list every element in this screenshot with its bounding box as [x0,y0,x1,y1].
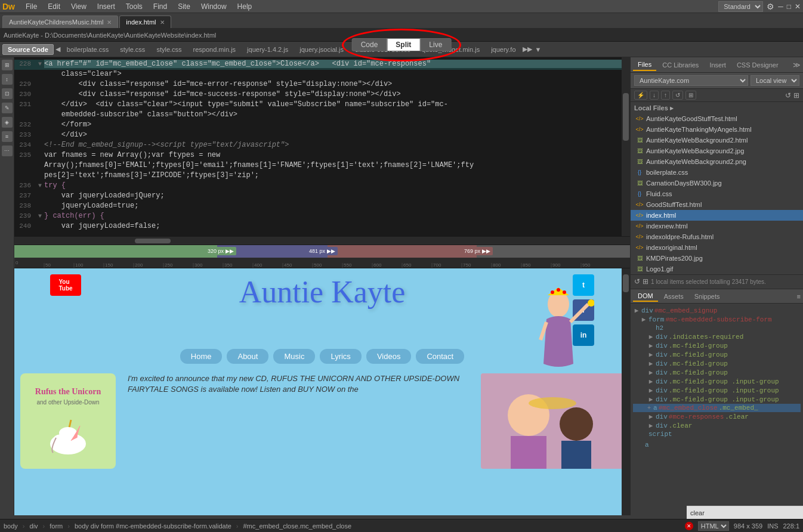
file-tab-0[interactable]: boilerplate.css [62,45,113,54]
next-file-icon[interactable]: ▶▶ [523,45,532,53]
file-tab-2[interactable]: style.css [152,45,186,54]
nav-home[interactable]: Home [180,349,223,364]
more-icon[interactable]: ⊞ [793,91,799,100]
tab-index[interactable]: index.html ✕ [119,16,171,28]
file-item-5[interactable]: {} boilerplate.css [631,167,803,178]
youtube-button[interactable]: YouTube [50,274,81,296]
dom-node-ig2[interactable]: ▶ div .mc-field-group .input-group [633,386,801,395]
file-item-0[interactable]: </> AuntieKayteGoodStuffTest.html [631,113,803,124]
dom-node-h2[interactable]: h2 [633,324,801,332]
nav-about[interactable]: About [227,349,268,364]
nav-videos[interactable]: Videos [366,349,412,364]
breadcrumb-body[interactable]: body [4,522,18,530]
file-item-3[interactable]: 🖼 AuntieKayteWebBackground2.jpg [631,146,803,156]
file-item-13[interactable]: 🖼 KMDPirates200.jpg [631,253,803,264]
dom-tab-snippets[interactable]: Snippets [690,292,725,301]
gutter-icon-0[interactable]: ⊞ [2,60,13,70]
file-item-1[interactable]: </> AuntieKayteThankingMyAngels.html [631,124,803,135]
breadcrumb-div[interactable]: div [30,522,38,530]
file-tab-5[interactable]: jquery.jsocial.js [295,45,348,54]
file-item-7[interactable]: {} Fluid.css [631,188,803,199]
prev-file-icon[interactable]: ◀ [55,45,60,53]
dom-node-script[interactable]: script [633,430,801,438]
gutter-icon-3[interactable]: ✎ [2,103,13,113]
tab-css-designer[interactable]: CSS Designer [732,60,783,70]
file-item-11[interactable]: </> indexoldpre-Rufus.html [631,231,803,242]
live-view-btn[interactable]: Live [420,38,451,51]
preview-vscroll-thumb[interactable] [623,274,629,292]
source-code-btn[interactable]: Source Code [2,44,54,55]
dom-node-ig1[interactable]: ▶ div .mc-field-group .input-group [633,377,801,386]
menu-file[interactable]: File [21,1,42,12]
nav-lyrics[interactable]: Lyrics [320,349,361,364]
menu-window[interactable]: Window [196,1,231,12]
collapse-icon[interactable]: ≫ [793,61,801,69]
dom-node-mce-responses[interactable]: ▶ div #mce-responses .clear [633,412,801,421]
h-scroll-thumb[interactable] [135,239,171,243]
menu-view[interactable]: View [66,1,91,12]
menu-tools[interactable]: Tools [121,1,147,12]
workspace-select[interactable]: Standard [718,1,763,12]
dom-node-a-bottom[interactable]: a [633,441,801,449]
preview-vscrollbar[interactable] [622,268,630,515]
nav-music[interactable]: Music [273,349,315,364]
menu-help[interactable]: Help [233,1,257,12]
close-btn[interactable]: ✕ [795,2,801,11]
nav-contact[interactable]: Contact [416,349,464,364]
breadcrumb-form[interactable]: form [50,522,63,530]
settings-icon[interactable]: ⚙ [767,2,774,11]
code-hscrollbar[interactable] [14,236,630,245]
dom-node-a-highlighted[interactable]: + a #mc_embed_close .mc_embed_ [633,404,801,412]
dom-node-clear[interactable]: ▶ div .clear [633,421,801,430]
sync-btn[interactable]: ↺ [672,91,683,100]
gutter-icon-4[interactable]: ◈ [2,117,13,128]
dom-node-fg2[interactable]: ▶ div .mc-field-group [633,350,801,359]
minimize-btn[interactable]: ─ [778,2,783,11]
tab-close-icon[interactable]: ✕ [160,19,165,26]
refresh-btn[interactable]: ↓ [650,91,659,100]
menu-site[interactable]: Site [173,1,195,12]
code-view-btn[interactable]: Code [352,38,387,51]
code-vscroll-thumb[interactable] [623,93,629,141]
breadcrumb-form-id[interactable]: body div form #mc-embedded-subscribe-for… [75,522,231,530]
expand-btn[interactable]: ⊞ [685,91,696,100]
code-vscroll[interactable] [622,57,630,236]
menu-find[interactable]: Find [149,1,172,12]
dom-node-1[interactable]: ▶ form #mc-embedded-subscribe-form [633,315,801,324]
dom-node-fg4[interactable]: ▶ div .mc-field-group [633,368,801,377]
file-item-4[interactable]: 🖼 AuntieKayteWebBackground2.png [631,156,803,167]
maximize-btn[interactable]: □ [787,2,791,11]
file-tab-1[interactable]: style.css [115,45,150,54]
file-item-8[interactable]: </> GoodStuffTest.html [631,199,803,210]
file-item-12[interactable]: </> indexoriginal.html [631,242,803,253]
dom-node-fg3[interactable]: ▶ div .mc-field-group [633,359,801,368]
file-item-6[interactable]: 🖼 CarnationDaysBW300.jpg [631,178,803,188]
file-item-9[interactable]: </> index.html [631,210,803,221]
view-select[interactable]: Local view [751,75,799,86]
split-view-btn[interactable]: Split [387,38,420,51]
menu-insert[interactable]: Insert [92,1,120,12]
tab-files[interactable]: Files [633,59,656,71]
tab-insert[interactable]: Insert [705,60,731,70]
tab-close-icon[interactable]: ✕ [107,19,112,26]
file-item-2[interactable]: 🖼 AuntieKayteWebBackground2.html [631,135,803,146]
connect-btn[interactable]: ⚡ [634,91,647,100]
file-tab-8[interactable]: jquery.fo [486,45,520,54]
language-select[interactable]: HTML [698,521,729,531]
refresh-local-icon[interactable]: ↺ [634,277,640,286]
gutter-icon-2[interactable]: ⊡ [2,88,13,99]
file-item-14[interactable]: 🖼 Logo1.gif [631,264,803,274]
code-editor[interactable]: 228 ▼ <a href="#" id="mc_embed_close" cl… [14,57,630,236]
filter-icon[interactable]: ▼ [535,46,542,53]
dom-tab-dom[interactable]: DOM [633,291,658,302]
tab-auntiekeyte[interactable]: AuntieKayteChildrensMusic.html ✕ [2,16,118,28]
upload-btn[interactable]: ↑ [661,91,670,100]
site-select[interactable]: AuntieKayte.com [634,75,748,86]
gutter-icon-6[interactable]: ⋯ [2,146,13,156]
refresh-files-icon[interactable]: ↺ [785,91,791,100]
clear-button-area[interactable]: clear [687,506,803,519]
gutter-icon-1[interactable]: ↕ [2,74,13,85]
dom-node-ig3[interactable]: ▶ div .mc-field-group .input-group [633,395,801,404]
tab-cc-libraries[interactable]: CC Libraries [657,60,703,70]
dom-node-fg1[interactable]: ▶ div .mc-field-group [633,341,801,350]
